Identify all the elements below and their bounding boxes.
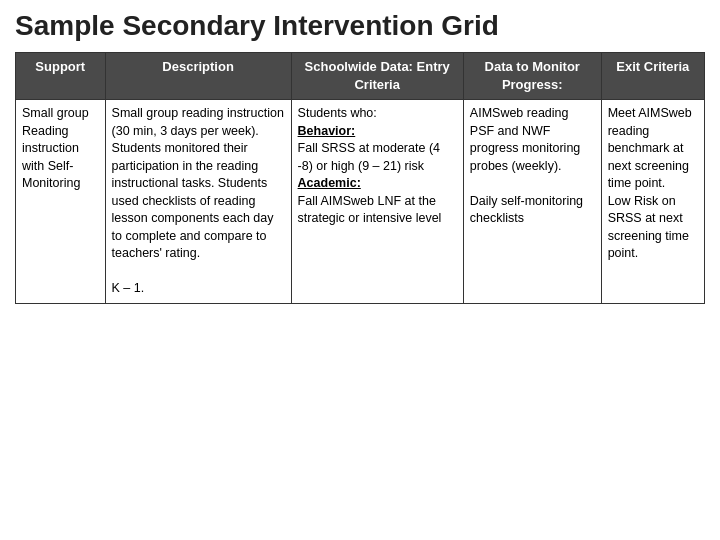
page-title: Sample Secondary Intervention Grid — [15, 10, 705, 42]
support-cell: Small group Reading instruction with Sel… — [16, 100, 106, 304]
header-monitor: Data to Monitor Progress: — [463, 53, 601, 100]
table-row: Small group Reading instruction with Sel… — [16, 100, 705, 304]
description-cell: Small group reading instruction (30 min,… — [105, 100, 291, 304]
description-text: Small group reading instruction (30 min,… — [112, 106, 284, 260]
header-support: Support — [16, 53, 106, 100]
entry-academic-label: Academic: — [298, 176, 361, 190]
intervention-grid: Support Description Schoolwide Data: Ent… — [15, 52, 705, 304]
entry-behavior-label: Behavior: — [298, 124, 356, 138]
monitor-text1: AIMSweb reading PSF and NWF progress mon… — [470, 106, 580, 173]
monitor-cell: AIMSweb reading PSF and NWF progress mon… — [463, 100, 601, 304]
exit-cell: Meet AIMSweb reading benchmark at next s… — [601, 100, 704, 304]
header-entry: Schoolwide Data: Entry Criteria — [291, 53, 463, 100]
entry-students-who: Students who: — [298, 106, 377, 120]
exit-text2: Low Risk on SRSS at next screening time … — [608, 194, 689, 261]
exit-text1: Meet AIMSweb reading benchmark at next s… — [608, 106, 692, 190]
entry-srss-text: Fall SRSS at moderate (4 -8) or high (9 … — [298, 141, 440, 173]
header-exit: Exit Criteria — [601, 53, 704, 100]
description-grade: K – 1. — [112, 281, 145, 295]
entry-academic-text: Fall AIMSweb LNF at the strategic or int… — [298, 194, 442, 226]
entry-cell: Students who: Behavior: Fall SRSS at mod… — [291, 100, 463, 304]
monitor-text2: Daily self-monitoring checklists — [470, 194, 583, 226]
header-description: Description — [105, 53, 291, 100]
